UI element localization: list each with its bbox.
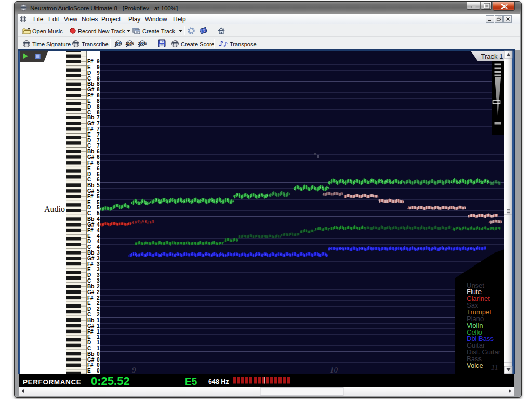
svg-text:F#: F# bbox=[87, 194, 94, 200]
svg-text:G#: G# bbox=[87, 87, 95, 92]
svg-text:2: 2 bbox=[97, 312, 100, 317]
svg-text:648 Hz: 648 Hz bbox=[208, 378, 229, 385]
svg-text:G#: G# bbox=[87, 323, 95, 329]
svg-text:Bb: Bb bbox=[87, 149, 94, 154]
svg-text:2: 2 bbox=[97, 284, 100, 289]
svg-text:E: E bbox=[87, 64, 91, 70]
svg-text:6: 6 bbox=[97, 171, 100, 177]
svg-text:3: 3 bbox=[97, 272, 100, 278]
svg-text:50%: 50% bbox=[115, 42, 122, 45]
svg-text:3: 3 bbox=[97, 267, 100, 272]
svg-text:Bb: Bb bbox=[87, 284, 94, 289]
svg-text:D: D bbox=[87, 306, 91, 312]
svg-text:7: 7 bbox=[97, 126, 100, 132]
svg-text:7: 7 bbox=[97, 121, 100, 126]
svg-text:8: 8 bbox=[97, 104, 100, 110]
svg-text:7: 7 bbox=[97, 132, 100, 138]
svg-text:G#: G# bbox=[87, 154, 95, 160]
svg-text:8: 8 bbox=[97, 92, 100, 98]
svg-text:D: D bbox=[87, 238, 91, 244]
svg-text:F#: F# bbox=[87, 228, 94, 233]
svg-text:9: 9 bbox=[97, 70, 100, 76]
svg-text:11: 11 bbox=[491, 363, 498, 371]
svg-text:G#: G# bbox=[87, 357, 95, 363]
svg-text:Bb: Bb bbox=[87, 250, 94, 256]
svg-text:Bb: Bb bbox=[87, 182, 94, 188]
svg-text:F#: F# bbox=[87, 59, 94, 64]
svg-text:0: 0 bbox=[97, 351, 100, 357]
svg-text:F#: F# bbox=[87, 261, 94, 267]
svg-text:4: 4 bbox=[97, 228, 100, 233]
svg-text:6: 6 bbox=[97, 166, 100, 171]
svg-text:3: 3 bbox=[97, 278, 100, 284]
svg-text:3: 3 bbox=[97, 256, 100, 261]
svg-text:4: 4 bbox=[97, 222, 100, 228]
svg-text:2: 2 bbox=[97, 289, 100, 295]
svg-text:C: C bbox=[87, 177, 91, 182]
svg-text:8: 8 bbox=[97, 98, 100, 104]
svg-text:E: E bbox=[87, 300, 91, 306]
svg-text:1: 1 bbox=[97, 334, 100, 340]
svg-text:PERFORMANCE: PERFORMANCE bbox=[23, 378, 81, 386]
svg-text:5: 5 bbox=[97, 182, 100, 188]
svg-text:C: C bbox=[87, 244, 91, 250]
svg-text:3: 3 bbox=[97, 250, 100, 256]
svg-text:E: E bbox=[87, 233, 91, 239]
svg-text:8: 8 bbox=[97, 81, 100, 87]
svg-text:D: D bbox=[87, 205, 91, 210]
svg-text:Voice: Voice bbox=[467, 362, 483, 369]
svg-text:5: 5 bbox=[97, 210, 100, 216]
svg-text:F#: F# bbox=[87, 295, 94, 301]
svg-text:5: 5 bbox=[97, 205, 100, 210]
svg-text:C: C bbox=[87, 278, 91, 284]
svg-text:Track 1: Track 1 bbox=[481, 52, 503, 60]
svg-text:8: 8 bbox=[97, 87, 100, 92]
svg-text:1: 1 bbox=[97, 317, 100, 323]
svg-text:E: E bbox=[87, 166, 91, 171]
svg-text:F#: F# bbox=[87, 362, 94, 368]
svg-text:C: C bbox=[87, 143, 91, 149]
svg-text:E: E bbox=[87, 368, 91, 374]
svg-text:D: D bbox=[87, 70, 91, 76]
svg-text:1: 1 bbox=[97, 340, 100, 345]
svg-text:100%: 100% bbox=[126, 42, 134, 45]
svg-text:C: C bbox=[87, 345, 91, 351]
svg-text:E: E bbox=[87, 200, 91, 205]
svg-text:7: 7 bbox=[97, 138, 100, 143]
svg-text:5: 5 bbox=[97, 200, 100, 205]
svg-text:F#: F# bbox=[87, 329, 94, 335]
svg-text:Audio: Audio bbox=[44, 205, 65, 214]
svg-text:9: 9 bbox=[97, 64, 100, 70]
svg-text:4: 4 bbox=[97, 233, 100, 239]
svg-text:4: 4 bbox=[97, 216, 100, 222]
svg-text:E: E bbox=[87, 98, 91, 104]
svg-text:9: 9 bbox=[97, 76, 100, 82]
svg-text:D: D bbox=[87, 340, 91, 345]
svg-text:D: D bbox=[87, 138, 91, 143]
svg-text:G#: G# bbox=[87, 289, 95, 295]
svg-text:Bb: Bb bbox=[87, 216, 94, 222]
svg-text:6: 6 bbox=[97, 160, 100, 166]
svg-text:C: C bbox=[87, 76, 91, 82]
svg-text:6: 6 bbox=[97, 154, 100, 160]
svg-text:D: D bbox=[87, 272, 91, 278]
svg-text:E: E bbox=[87, 334, 91, 340]
svg-text:2: 2 bbox=[97, 295, 100, 301]
svg-text:2: 2 bbox=[97, 306, 100, 312]
svg-text:9: 9 bbox=[132, 366, 136, 374]
svg-text:C: C bbox=[87, 312, 91, 317]
svg-text:200%: 200% bbox=[138, 42, 147, 45]
svg-text:G#: G# bbox=[87, 222, 95, 228]
svg-text:G#: G# bbox=[87, 121, 95, 126]
svg-text:7: 7 bbox=[97, 115, 100, 121]
svg-text:9: 9 bbox=[97, 59, 100, 64]
svg-text:Bb: Bb bbox=[87, 81, 94, 87]
svg-text:5: 5 bbox=[97, 194, 100, 200]
svg-text:G#: G# bbox=[87, 188, 95, 194]
svg-text:C: C bbox=[87, 110, 91, 115]
svg-text:0: 0 bbox=[97, 368, 100, 374]
svg-text:6: 6 bbox=[97, 177, 100, 182]
svg-text:2: 2 bbox=[97, 300, 100, 306]
svg-text:5: 5 bbox=[97, 188, 100, 194]
svg-text:D: D bbox=[87, 171, 91, 177]
